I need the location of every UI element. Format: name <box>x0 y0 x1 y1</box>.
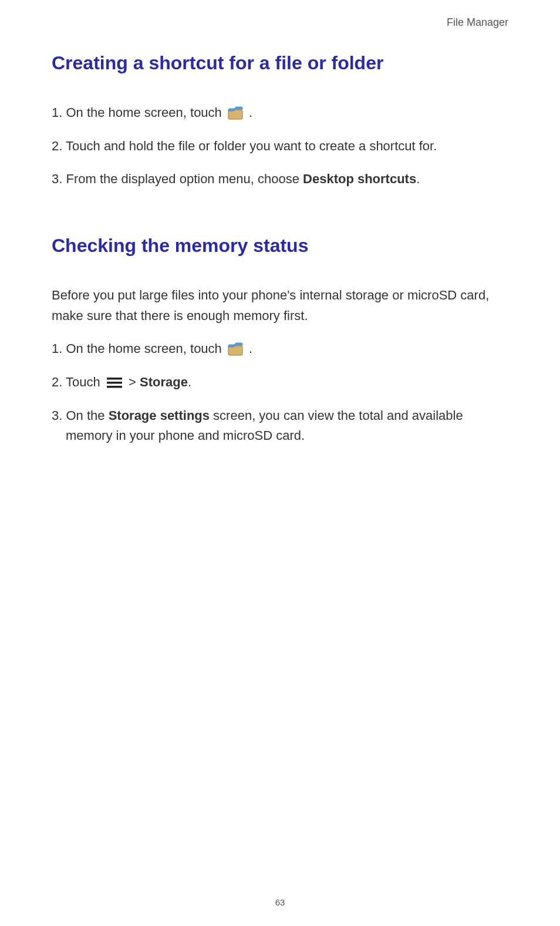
step1-text-suffix: . <box>249 341 252 356</box>
step2-text-mid: > <box>129 375 140 389</box>
step1-text-prefix: 1. On the home screen, touch <box>52 341 225 356</box>
section2-step3: 3. On the Storage settings screen, you c… <box>52 406 511 446</box>
svg-rect-4 <box>107 386 122 388</box>
section2-step1: 1. On the home screen, touch . <box>52 339 511 359</box>
svg-rect-2 <box>107 378 122 380</box>
svg-rect-1 <box>228 346 242 355</box>
section2-intro: Before you put large files into your pho… <box>52 285 511 325</box>
svg-rect-3 <box>107 382 122 384</box>
header-section-label: File Manager <box>52 16 511 29</box>
heading-checking-memory: Checking the memory status <box>52 234 511 257</box>
step2-text-prefix: 2. Touch <box>52 375 104 389</box>
hamburger-menu-icon <box>106 373 123 393</box>
section1-step1: 1. On the home screen, touch . <box>52 103 511 123</box>
section1-step2: 2. Touch and hold the file or folder you… <box>52 136 511 156</box>
step2-text-suffix: . <box>188 375 191 389</box>
step3-text-suffix: . <box>416 171 420 186</box>
section1-step3: 3. From the displayed option menu, choos… <box>52 169 511 189</box>
step3-text-prefix: 3. On the <box>52 408 109 423</box>
step3-text-prefix: 3. From the displayed option menu, choos… <box>52 171 303 186</box>
storage-label: Storage <box>140 375 188 389</box>
page-number: 63 <box>0 897 560 907</box>
step1-text-prefix: 1. On the home screen, touch <box>52 105 225 120</box>
heading-creating-shortcut: Creating a shortcut for a file or folder <box>52 51 511 75</box>
section2-step2: 2. Touch > Storage. <box>52 372 511 393</box>
storage-settings-label: Storage settings <box>109 408 210 423</box>
step3-text-cont: memory in your phone and microSD card. <box>66 426 511 446</box>
step1-text-suffix: . <box>249 105 252 120</box>
desktop-shortcuts-label: Desktop shortcuts <box>303 171 416 186</box>
document-page: File Manager Creating a shortcut for a f… <box>0 0 560 446</box>
file-manager-icon <box>228 339 243 359</box>
step3-text-mid: screen, you can view the total and avail… <box>210 408 463 423</box>
file-manager-icon <box>228 103 243 123</box>
